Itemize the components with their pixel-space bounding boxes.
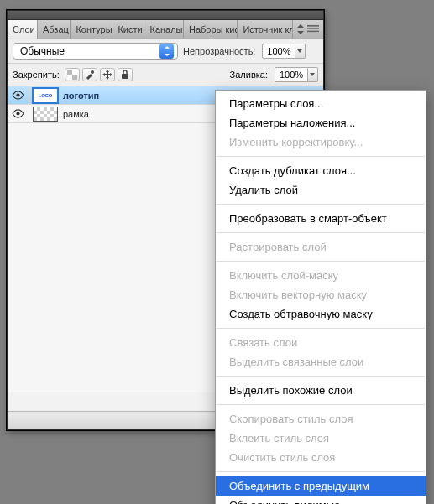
- menu-item[interactable]: Объединить с предыдущим: [216, 476, 426, 496]
- brush-lock-icon[interactable]: [82, 68, 97, 81]
- chevron-updown-icon: [159, 44, 174, 59]
- menu-item: Очистить стиль слоя: [216, 448, 426, 467]
- menu-item: Включить векторную маску: [216, 285, 426, 304]
- visibility-eye-icon[interactable]: [8, 86, 29, 104]
- panel-tabs: СлоиАбзацКонтурыКистиКаналыНаборы кисИст…: [8, 20, 323, 39]
- blend-mode-value: Обычные: [20, 45, 159, 57]
- transparency-lock-icon[interactable]: [65, 68, 80, 81]
- layer-thumbnail[interactable]: [33, 107, 58, 122]
- tab-6[interactable]: Источник кл: [238, 20, 293, 39]
- layer-context-menu: Параметры слоя...Параметры наложения...И…: [215, 90, 426, 504]
- fill-value[interactable]: 100%: [275, 67, 308, 82]
- menu-item[interactable]: Создать обтравочную маску: [216, 304, 426, 324]
- fill-label: Заливка:: [230, 70, 268, 80]
- panel-collapse-icon[interactable]: [297, 24, 304, 34]
- menu-item[interactable]: Объединить видимые: [216, 496, 426, 504]
- menu-item: Включить слой-маску: [216, 266, 426, 285]
- opacity-label: Непрозрачность:: [183, 46, 255, 56]
- tab-3[interactable]: Кисти: [112, 20, 144, 39]
- chevron-down-icon[interactable]: [308, 67, 318, 82]
- menu-item[interactable]: Преобразовать в смарт-объект: [216, 209, 426, 228]
- svg-rect-5: [122, 74, 128, 79]
- svg-point-4: [91, 70, 94, 74]
- menu-item: Вклеить стиль слоя: [216, 429, 426, 448]
- menu-separator: [217, 471, 425, 472]
- blend-mode-select[interactable]: Обычные: [13, 43, 178, 60]
- menu-item[interactable]: Параметры слоя...: [216, 94, 426, 113]
- menu-separator: [217, 261, 425, 262]
- svg-rect-1: [72, 75, 77, 80]
- menu-item[interactable]: Удалить слой: [216, 180, 426, 200]
- fill-field[interactable]: 100%: [275, 67, 318, 82]
- tab-5[interactable]: Наборы кис: [184, 20, 238, 39]
- tab-2[interactable]: Контуры: [71, 20, 112, 39]
- lock-label: Закрепить:: [13, 70, 60, 80]
- menu-separator: [217, 404, 425, 405]
- tab-0[interactable]: Слои: [8, 20, 38, 39]
- lock-fill-row: Закрепить: Заливка: 100%: [8, 64, 323, 86]
- tab-4[interactable]: Каналы: [144, 20, 183, 39]
- tab-1[interactable]: Абзац: [38, 20, 71, 39]
- svg-rect-2: [72, 70, 77, 75]
- svg-point-6: [16, 93, 19, 96]
- menu-separator: [217, 156, 425, 157]
- menu-item: Растрировать слой: [216, 237, 426, 257]
- chevron-down-icon[interactable]: [295, 44, 306, 59]
- svg-rect-0: [67, 70, 72, 75]
- menu-item: Изменить корректировку...: [216, 132, 426, 152]
- panel-grip[interactable]: [8, 11, 323, 20]
- menu-separator: [217, 232, 425, 233]
- svg-point-7: [16, 112, 19, 115]
- menu-item: Выделить связанные слои: [216, 352, 426, 372]
- lock-all-icon[interactable]: [118, 68, 133, 81]
- opacity-field[interactable]: 100%: [262, 44, 306, 59]
- menu-item[interactable]: Выделить похожие слои: [216, 381, 426, 400]
- blend-opacity-row: Обычные Непрозрачность: 100%: [8, 39, 323, 64]
- menu-item[interactable]: Создать дубликат слоя...: [216, 161, 426, 180]
- layer-thumbnail[interactable]: LOGO: [33, 88, 58, 103]
- menu-item: Связать слои: [216, 333, 426, 352]
- menu-item: Скопировать стиль слоя: [216, 409, 426, 429]
- menu-separator: [217, 376, 425, 377]
- svg-rect-3: [67, 75, 72, 80]
- menu-separator: [217, 204, 425, 205]
- visibility-eye-icon[interactable]: [8, 105, 29, 122]
- panel-menu-icon[interactable]: [307, 25, 319, 34]
- menu-separator: [217, 328, 425, 329]
- menu-item[interactable]: Параметры наложения...: [216, 113, 426, 132]
- opacity-value[interactable]: 100%: [262, 44, 295, 59]
- move-lock-icon[interactable]: [100, 68, 115, 81]
